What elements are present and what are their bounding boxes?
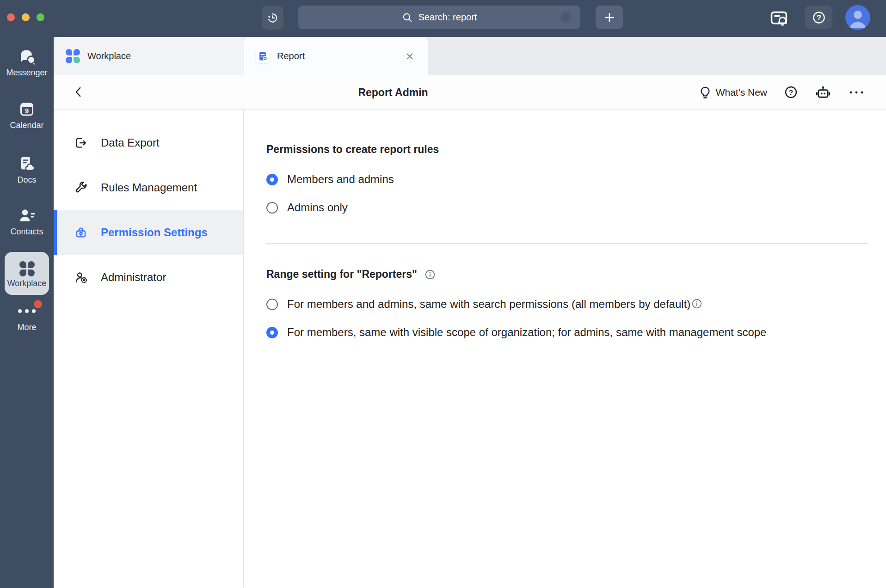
whats-new-button[interactable]: What's New (698, 86, 767, 99)
minimize-window-button[interactable] (22, 13, 30, 21)
header-actions: What's New ? (698, 75, 865, 109)
contacts-icon (18, 206, 36, 225)
radio-option-search-permissions[interactable]: For members and admins, same with search… (266, 298, 868, 311)
back-button[interactable] (72, 86, 85, 98)
export-icon (74, 136, 88, 150)
admin-user-gear-icon (74, 270, 88, 284)
whats-new-label: What's New (716, 87, 767, 98)
radio-unselected[interactable] (266, 299, 278, 310)
app-rail: Messenger 9 Calendar Docs (0, 37, 54, 588)
notification-badge (34, 300, 42, 308)
sidebar-item-more[interactable]: More (0, 302, 54, 332)
clear-search-icon[interactable]: ✕ (560, 12, 571, 23)
close-tab-icon[interactable] (404, 50, 416, 62)
tab-workplace[interactable]: Workplace (54, 37, 244, 75)
tab-label: Report (277, 51, 305, 61)
subnav-item-permission-settings[interactable]: Permission Settings (54, 210, 243, 255)
assistant-button[interactable] (815, 84, 831, 101)
sidebar-item-messenger[interactable]: Messenger (0, 47, 54, 78)
announcement-bell-icon (769, 8, 789, 29)
docs-icon (18, 154, 36, 173)
rail-label: Workplace (7, 279, 47, 288)
section-heading-text: Range setting for "Reporters" (266, 268, 417, 281)
radio-label: Admins only (287, 201, 348, 214)
help-circle-icon: ? (784, 85, 798, 99)
rail-label: Messenger (6, 68, 47, 78)
avatar[interactable] (845, 5, 870, 30)
maximize-window-button[interactable] (37, 13, 44, 21)
radio-label-text: For members and admins, same with search… (287, 298, 690, 310)
subnav-item-rules-management[interactable]: Rules Management (54, 165, 243, 210)
subnav-item-data-export[interactable]: Data Export (54, 120, 243, 165)
page-body: Data Export Rules Management (54, 110, 886, 588)
radio-option-admins-only[interactable]: Admins only (266, 201, 868, 214)
info-icon[interactable] (425, 269, 436, 280)
robot-icon (815, 84, 831, 101)
history-icon (266, 12, 279, 24)
radio-selected[interactable] (266, 327, 278, 338)
history-button[interactable] (262, 6, 283, 30)
help-icon: ? (812, 10, 826, 25)
workplace-tab-icon (66, 49, 80, 63)
radio-unselected[interactable] (266, 202, 278, 214)
page-title: Report Admin (358, 86, 428, 98)
ellipsis-icon (848, 90, 865, 95)
radio-label: For members and admins, same with search… (287, 298, 702, 311)
page-header: Report Admin What's New ? (54, 75, 886, 110)
subnav-label: Permission Settings (101, 226, 208, 239)
plus-icon (603, 11, 616, 24)
report-tab-icon (256, 49, 270, 63)
calendar-icon: 9 (18, 100, 36, 118)
rail-label: Contacts (10, 227, 43, 237)
radio-selected[interactable] (266, 174, 278, 185)
radio-label: For members, same with visible scope of … (287, 326, 766, 339)
workplace-icon (19, 261, 35, 276)
window-controls[interactable] (7, 13, 44, 21)
rail-label: More (17, 323, 36, 332)
svg-text:?: ? (789, 88, 793, 96)
tab-report[interactable]: Report (244, 37, 428, 75)
svg-text:9: 9 (25, 107, 29, 115)
svg-text:?: ? (816, 13, 821, 22)
radio-option-visible-scope[interactable]: For members, same with visible scope of … (266, 326, 868, 339)
more-icon (18, 302, 36, 320)
main-area: Workplace Report (54, 37, 886, 588)
page-help-button[interactable]: ? (784, 85, 798, 99)
lightbulb-icon (698, 86, 712, 99)
sidebar-item-contacts[interactable]: Contacts (0, 206, 54, 237)
new-tab-button[interactable] (596, 6, 623, 29)
radio-option-members-and-admins[interactable]: Members and admins (266, 173, 868, 186)
search-input[interactable]: Search: report ✕ (298, 6, 580, 29)
radio-label: Members and admins (287, 173, 394, 186)
rail-label: Calendar (10, 121, 43, 130)
tab-strip: Workplace Report (54, 37, 886, 75)
sidebar-item-workplace[interactable]: Workplace (5, 252, 49, 295)
wrench-icon (74, 181, 88, 195)
announcements-button[interactable] (769, 8, 790, 29)
section-heading-permissions: Permissions to create report rules (266, 143, 868, 156)
info-icon[interactable] (691, 298, 702, 309)
messenger-icon (18, 47, 36, 66)
help-button[interactable]: ? (805, 6, 832, 29)
search-icon (402, 12, 413, 23)
settings-content: Permissions to create report rules Membe… (244, 110, 886, 588)
settings-subnav: Data Export Rules Management (54, 110, 244, 588)
subnav-label: Rules Management (101, 181, 197, 194)
subnav-label: Data Export (101, 136, 160, 149)
subnav-item-administrator[interactable]: Administrator (54, 255, 243, 300)
section-divider (266, 243, 868, 244)
window-titlebar: Search: report ✕ ? (0, 0, 886, 37)
tab-label: Workplace (87, 51, 131, 61)
close-window-button[interactable] (7, 13, 15, 21)
sidebar-item-docs[interactable]: Docs (0, 154, 54, 185)
rail-label: Docs (17, 175, 36, 185)
lock-icon (74, 226, 88, 239)
section-heading-range-setting: Range setting for "Reporters" (266, 268, 868, 281)
subnav-label: Administrator (101, 271, 166, 284)
more-options-button[interactable] (848, 90, 865, 95)
sidebar-item-calendar[interactable]: 9 Calendar (0, 100, 54, 130)
search-text: Search: report (418, 12, 477, 23)
